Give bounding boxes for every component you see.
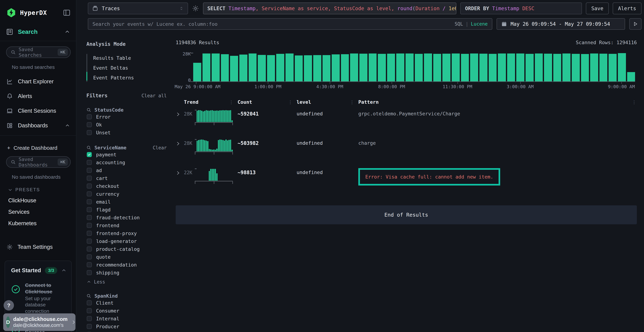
histogram-bar[interactable]: [489, 54, 497, 82]
checkbox-icon[interactable]: [87, 207, 92, 212]
source-select[interactable]: Traces: [88, 2, 188, 14]
sidebar-item-client-sessions[interactable]: Client Sessions: [6, 108, 70, 114]
highlighted-error-pattern[interactable]: Error: Visa cache full: cannot add new i…: [358, 168, 500, 186]
histogram-bar[interactable]: [249, 54, 257, 82]
checkbox-icon[interactable]: [87, 308, 92, 313]
get-started-item[interactable]: Connect to ClickHouseSet up your databas…: [11, 282, 66, 314]
sidebar-item-team-settings[interactable]: Team Settings: [6, 244, 70, 250]
checkbox-icon[interactable]: [87, 238, 92, 244]
column-menu-icon[interactable]: ⋮: [229, 100, 234, 105]
checkbox-icon[interactable]: [87, 262, 92, 267]
chevron-up-icon[interactable]: [61, 268, 66, 273]
filter-checkbox-shipping[interactable]: shipping: [86, 269, 167, 276]
histogram-bar[interactable]: [627, 72, 635, 82]
checkbox-icon[interactable]: [87, 192, 92, 196]
histogram-bar[interactable]: [507, 54, 515, 82]
sidebar-item-dashboards[interactable]: Dashboards: [6, 122, 70, 129]
histogram-bar[interactable]: [360, 54, 368, 82]
date-range-picker[interactable]: May 26 09:09:54 - May 27 09:09:54: [496, 18, 625, 30]
sidebar-item-chart-explorer[interactable]: Chart Explorer: [6, 78, 70, 85]
filter-checkbox-cart[interactable]: cart: [86, 174, 167, 182]
preset-clickhouse[interactable]: ClickHouse: [8, 197, 76, 204]
table-row[interactable]: 28K~503982undefinedcharge: [176, 139, 637, 166]
histogram-bar[interactable]: [369, 54, 377, 82]
histogram-bar[interactable]: [286, 54, 294, 82]
filter-checkbox-checkout[interactable]: checkout: [86, 182, 167, 190]
filter-checkbox-client[interactable]: Client: [86, 299, 167, 306]
checkbox-icon[interactable]: [87, 215, 92, 220]
checkbox-icon[interactable]: [87, 300, 92, 305]
histogram-bar[interactable]: [562, 54, 570, 82]
checkbox-icon[interactable]: [87, 184, 92, 188]
histogram-bar[interactable]: [193, 63, 201, 82]
histogram-bar[interactable]: [424, 54, 432, 82]
filter-checkbox-payment[interactable]: payment: [86, 151, 167, 158]
histogram-bar[interactable]: [239, 54, 248, 82]
histogram-bar[interactable]: [258, 55, 266, 82]
histogram-bar[interactable]: [442, 54, 450, 82]
table-row[interactable]: 28K~592041undefinedgrpc.oteldemo.Payment…: [176, 110, 637, 136]
histogram-bar[interactable]: [378, 54, 386, 82]
histogram-bar[interactable]: [526, 54, 534, 82]
save-button[interactable]: Save: [586, 2, 608, 14]
histogram-bar[interactable]: [590, 54, 598, 82]
show-less-button[interactable]: Less: [86, 279, 167, 284]
histogram-bar[interactable]: [276, 54, 284, 82]
filter-checkbox-unset[interactable]: Unset: [86, 129, 167, 136]
filter-checkbox-load-generator[interactable]: load-generator: [86, 237, 167, 245]
column-menu-icon[interactable]: ⋮: [288, 100, 293, 105]
checkbox-icon[interactable]: [87, 168, 92, 173]
filter-checkbox-recommendation[interactable]: recommendation: [86, 261, 167, 268]
histogram-bar[interactable]: [498, 54, 506, 82]
mode-event-patterns[interactable]: Event Patterns: [86, 73, 167, 83]
search-icon[interactable]: [86, 294, 91, 298]
histogram-bar[interactable]: [461, 54, 469, 82]
histogram-bar[interactable]: [452, 54, 460, 82]
chevron-up-icon[interactable]: [65, 123, 70, 128]
filter-checkbox-server[interactable]: Server: [86, 330, 167, 332]
table-menu-icon[interactable]: ⋮: [632, 100, 636, 105]
histogram-bar[interactable]: [516, 54, 524, 82]
filter-checkbox-accounting[interactable]: accounting: [86, 159, 167, 166]
filter-checkbox-currency[interactable]: currency: [86, 190, 167, 198]
checkbox-icon[interactable]: [87, 270, 92, 275]
filter-checkbox-ok[interactable]: Ok: [86, 121, 167, 128]
histogram-bar[interactable]: [600, 54, 608, 82]
search-icon[interactable]: [86, 108, 91, 112]
filter-checkbox-email[interactable]: email: [86, 198, 167, 206]
checkbox-icon[interactable]: [87, 176, 92, 181]
histogram-bar[interactable]: [387, 54, 395, 82]
histogram-bar[interactable]: [433, 54, 441, 82]
filter-checkbox-ad[interactable]: ad: [86, 166, 167, 174]
histogram-bar[interactable]: [322, 55, 330, 82]
filter-checkbox-flagd[interactable]: flagd: [86, 206, 167, 214]
source-settings-gear-icon[interactable]: [192, 5, 199, 12]
preset-kubernetes[interactable]: Kubernetes: [8, 220, 76, 227]
clear-all-filters-button[interactable]: Clear all: [142, 93, 167, 98]
preset-services[interactable]: Services: [8, 209, 76, 215]
histogram-bar[interactable]: [341, 54, 349, 82]
checkbox-checked-icon[interactable]: [87, 152, 92, 157]
checkbox-icon[interactable]: [87, 246, 92, 252]
row-expander-chevron-icon[interactable]: [176, 110, 184, 117]
run-query-button[interactable]: [629, 18, 642, 30]
column-menu-icon[interactable]: ⋮: [350, 100, 354, 105]
row-expander-chevron-icon[interactable]: [176, 168, 184, 175]
filter-checkbox-frontend-proxy[interactable]: frontend-proxy: [86, 230, 167, 237]
user-menu[interactable]: D dale@clickhouse.com dale@clickhouse.co…: [3, 314, 76, 331]
sidebar-item-search[interactable]: Search: [6, 28, 70, 36]
filter-checkbox-producer[interactable]: Producer: [86, 323, 167, 330]
checkbox-icon[interactable]: [87, 254, 92, 260]
checkbox-icon[interactable]: [87, 114, 92, 119]
histogram-bar[interactable]: [267, 55, 275, 82]
histogram-bar[interactable]: [544, 54, 552, 82]
histogram-bar[interactable]: [350, 54, 358, 82]
histogram-bar[interactable]: [406, 54, 414, 82]
histogram-bar[interactable]: [221, 54, 229, 82]
histogram-bar[interactable]: [535, 54, 543, 82]
filter-checkbox-consumer[interactable]: Consumer: [86, 307, 167, 314]
table-row[interactable]: 22K~98813undefinedError: Visa cache full…: [176, 168, 637, 197]
histogram-bar[interactable]: [230, 56, 238, 82]
create-dashboard-button[interactable]: + Create Dashboard: [7, 145, 70, 151]
checkbox-icon[interactable]: [87, 324, 92, 329]
